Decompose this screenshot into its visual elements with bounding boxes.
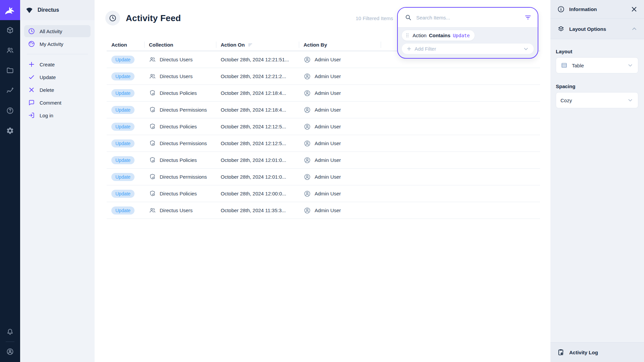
action-on-value: October 28th, 2024 12:12:5... — [216, 140, 299, 146]
close-icon — [28, 86, 35, 94]
module-user-directory[interactable] — [0, 40, 20, 60]
chevron-up-icon[interactable] — [631, 25, 638, 33]
add-filter-button[interactable]: Add Filter — [402, 44, 534, 54]
nav-item-all-activity[interactable]: All Activity — [24, 25, 91, 37]
module-files[interactable] — [0, 60, 20, 80]
info-icon — [557, 5, 565, 13]
nav-item-label: Log in — [40, 113, 53, 118]
table-rows-icon — [560, 62, 568, 69]
information-label: Information — [569, 6, 597, 12]
module-insights[interactable] — [0, 80, 20, 101]
people-icon — [6, 46, 14, 54]
search-filter-box: Action Contains Update Add Filter — [397, 7, 538, 59]
filter-rule[interactable]: Action Contains Update — [402, 30, 475, 41]
nav-item-update[interactable]: Update — [24, 71, 91, 83]
nav-item-create[interactable]: Create — [24, 58, 91, 70]
activity-log-label: Activity Log — [569, 350, 598, 355]
directus-logo[interactable] — [0, 0, 20, 20]
account-circle-icon — [304, 106, 311, 114]
shield-lock-icon — [149, 106, 156, 113]
face-icon — [28, 40, 35, 48]
nav-item-label: Create — [40, 62, 55, 67]
module-bar — [0, 0, 20, 362]
layers-icon — [557, 25, 565, 33]
account-circle-icon — [304, 123, 311, 130]
action-by-value: Admin User — [315, 207, 341, 213]
action-by-value: Admin User — [315, 73, 341, 79]
action-badge: Update — [111, 89, 135, 97]
search-row — [398, 8, 538, 27]
layout-options-panel: Layout Table Spacing Cozy — [550, 39, 644, 118]
clipboard-clock-icon — [557, 349, 565, 356]
left-sidebar: Directus All ActivityMy ActivityCreateUp… — [20, 0, 95, 362]
column-header-action[interactable]: Action — [107, 39, 144, 51]
action-on-value: October 28th, 2024 12:12:5... — [216, 124, 299, 129]
project-header[interactable]: Directus — [20, 0, 95, 20]
layout-options-label: Layout Options — [569, 26, 606, 32]
action-on-value: October 28th, 2024 12:21:51... — [216, 57, 299, 62]
nav-item-log-in[interactable]: Log in — [24, 109, 91, 121]
table-row[interactable]: UpdateDirectus UsersOctober 28th, 2024 1… — [107, 202, 540, 219]
action-badge: Update — [111, 56, 135, 64]
group-icon — [149, 56, 156, 63]
module-help[interactable] — [0, 101, 20, 121]
table-row[interactable]: UpdateDirectus PermissionsOctober 28th, … — [107, 102, 540, 118]
table-row[interactable]: UpdateDirectus UsersOctober 28th, 2024 1… — [107, 68, 540, 85]
action-by-value: Admin User — [315, 124, 341, 129]
layout-options-header[interactable]: Layout Options — [550, 19, 644, 39]
nav-item-label: My Activity — [40, 41, 63, 47]
sort-icon[interactable] — [248, 42, 253, 48]
collection-name: Directus Users — [160, 73, 193, 79]
action-by-value: Admin User — [315, 140, 341, 146]
spacing-select[interactable]: Cozy — [556, 92, 638, 108]
filter-icon[interactable] — [524, 14, 532, 21]
action-by-value: Admin User — [315, 90, 341, 96]
nav-item-label: Delete — [40, 87, 54, 93]
rabbit-icon — [4, 4, 16, 16]
nav-item-my-activity[interactable]: My Activity — [24, 38, 91, 50]
action-by-value: Admin User — [315, 174, 341, 180]
action-by-value: Admin User — [315, 191, 341, 196]
activity-log-button[interactable]: Activity Log — [550, 342, 644, 362]
filter-value[interactable]: Update — [453, 33, 470, 38]
action-by-value: Admin User — [315, 157, 341, 163]
nav-item-delete[interactable]: Delete — [24, 84, 91, 96]
filter-operator[interactable]: Contains — [429, 33, 450, 38]
clock-icon — [28, 27, 35, 35]
shield-lock-icon — [149, 190, 156, 197]
module-account[interactable] — [0, 342, 20, 361]
collection-name: Directus Permissions — [160, 140, 207, 146]
account-circle-icon — [304, 56, 311, 63]
table-row[interactable]: UpdateDirectus PoliciesOctober 28th, 202… — [107, 85, 540, 102]
filter-field[interactable]: Action — [413, 33, 427, 38]
layout-select[interactable]: Table — [556, 57, 638, 73]
collection-name: Directus Users — [160, 207, 193, 213]
project-name: Directus — [38, 7, 59, 13]
table-row[interactable]: UpdateDirectus PoliciesOctober 28th, 202… — [107, 152, 540, 169]
column-header-collection[interactable]: Collection — [144, 39, 216, 51]
chevron-down-icon — [627, 97, 634, 104]
insights-icon — [6, 86, 14, 95]
table-row[interactable]: UpdateDirectus PermissionsOctober 28th, … — [107, 169, 540, 185]
information-header[interactable]: Information — [550, 0, 644, 19]
search-input[interactable] — [416, 15, 520, 20]
module-settings[interactable] — [0, 121, 20, 141]
login-icon — [28, 112, 35, 119]
close-icon[interactable] — [630, 5, 638, 13]
column-header-action-by[interactable]: Action By — [299, 39, 381, 51]
column-header-action-on[interactable]: Action On — [216, 39, 299, 51]
page-icon-badge[interactable] — [105, 11, 120, 25]
module-content[interactable] — [0, 20, 20, 40]
table-row[interactable]: UpdateDirectus PoliciesOctober 28th, 202… — [107, 118, 540, 135]
action-badge: Update — [111, 156, 135, 164]
project-status-icon — [25, 6, 33, 14]
module-notifications[interactable] — [0, 322, 20, 342]
nav-item-comment[interactable]: Comment — [24, 97, 91, 109]
table-row[interactable]: UpdateDirectus PoliciesOctober 28th, 202… — [107, 185, 540, 202]
action-badge: Update — [111, 139, 135, 147]
chevron-down-icon[interactable] — [523, 46, 529, 52]
table-row[interactable]: UpdateDirectus PermissionsOctober 28th, … — [107, 135, 540, 152]
nav-item-label: All Activity — [40, 28, 62, 34]
nav-item-label: Update — [40, 74, 56, 80]
drag-handle-icon[interactable] — [405, 33, 410, 38]
